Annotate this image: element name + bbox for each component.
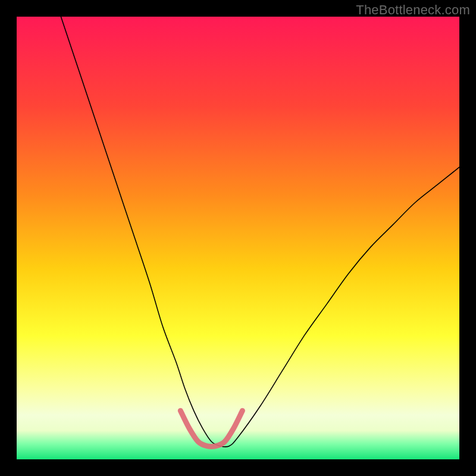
- chart-canvas: [17, 17, 459, 459]
- plot-area: [17, 17, 459, 459]
- watermark-text: TheBottleneck.com: [356, 2, 470, 18]
- chart-frame: TheBottleneck.com: [0, 0, 476, 476]
